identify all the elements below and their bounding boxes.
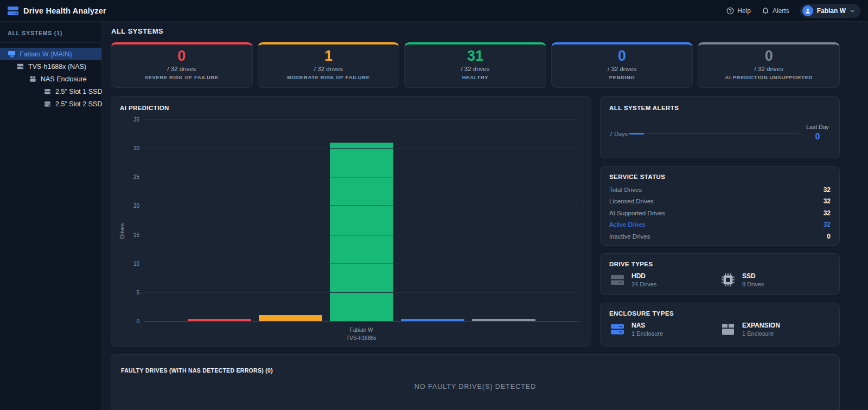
y-tick-label: 15 — [126, 232, 139, 238]
sidebar: ALL SYSTEMS (1) Fabian W (MAIN) TVS-h168… — [0, 22, 102, 410]
type-count: 24 Drives — [631, 281, 656, 287]
service-row-label: Active Drives — [609, 221, 646, 228]
help-icon — [726, 7, 734, 15]
sidebar-item-label: NAS Enclosure — [41, 75, 87, 83]
service-row-value: 0 — [827, 233, 831, 240]
stat-card[interactable]: 31 / 32 drives HEALTHY — [404, 42, 546, 88]
bar-moderate-risk-of-failure[interactable] — [259, 315, 322, 321]
stat-cards-row: 0 / 32 drives SEVERE RISK OF FAILURE 1 /… — [111, 42, 840, 88]
page-title: ALL SYSTEMS — [111, 27, 840, 35]
y-tick-label: 10 — [126, 261, 139, 267]
stat-card[interactable]: 0 / 32 drives AI PREDICTION UNSUPPORTED — [698, 42, 840, 88]
stat-label: AI PREDICTION UNSUPPORTED — [698, 74, 839, 80]
main-content: ALL SYSTEMS 0 / 32 drives SEVERE RISK OF… — [102, 22, 868, 410]
nas-enclosure-icon — [609, 322, 626, 336]
drive-types-panel: DRIVE TYPES HDD 24 Drives SSD 8 Drives — [600, 253, 840, 295]
sidebar-item[interactable]: NAS Enclosure — [0, 73, 101, 85]
gridline: 0 — [144, 321, 579, 322]
sidebar-item-label: 2.5" Slot 1 SSD — [55, 88, 102, 95]
sidebar-item[interactable]: 2.5" Slot 2 SSD — [0, 98, 101, 110]
y-tick-label: 30 — [126, 145, 139, 151]
type-name: HDD — [631, 272, 656, 280]
enclosure-types-title: ENCLOSURE TYPES — [609, 310, 831, 317]
service-row-value: 32 — [824, 186, 831, 194]
drive-icon — [43, 100, 52, 108]
gridline: 25 — [144, 177, 579, 177]
drive-health-analyzer-app: Drive Health Analyzer Help Alerts Fabian… — [0, 0, 868, 410]
service-status-row: Active Drives 32 — [609, 219, 831, 231]
brand: Drive Health Analyzer — [8, 6, 106, 16]
service-row-value: 32 — [824, 197, 831, 205]
topbar: Drive Health Analyzer Help Alerts Fabian… — [0, 0, 868, 22]
type-name: EXPANSION — [742, 322, 780, 329]
y-tick-label: 35 — [126, 117, 139, 123]
hdd-icon — [609, 273, 626, 287]
enclosure-types-panel: ENCLOSURE TYPES NAS 1 Enclosure EXPANSIO… — [600, 303, 840, 347]
type-item: NAS 1 Enclosure — [609, 322, 720, 337]
ai-prediction-panel: AI PREDICTION Drives 0 5 10 15 20 25 30 — [111, 96, 591, 347]
sidebar-item[interactable]: 2.5" Slot 1 SSD — [0, 85, 101, 98]
stat-sub: / 32 drives — [258, 66, 399, 72]
system-tree: Fabian W (MAIN) TVS-h1688x (NAS) NAS Enc… — [0, 43, 101, 110]
stat-value: 31 — [405, 48, 546, 65]
topbar-right: Help Alerts Fabian W — [726, 4, 860, 18]
stat-sub: / 32 drives — [552, 66, 693, 72]
service-row-label: Inactive Drives — [609, 233, 650, 240]
type-name: SSD — [742, 272, 764, 280]
last-day-label: Last Day — [805, 124, 831, 130]
app-logo-icon — [8, 6, 18, 16]
stat-sub: / 32 drives — [405, 66, 546, 72]
service-row-label: Licensed Drives — [609, 198, 654, 204]
service-row-value: 32 — [824, 221, 831, 228]
sidebar-item[interactable]: TVS-h1688x (NAS) — [0, 60, 101, 73]
all-system-alerts-panel: ALL SYSTEM ALERTS 7 Days Last Day 0 — [600, 96, 840, 158]
faulty-drives-panel: FAULTY DRIVES (WITH NAS DETECTED ERRORS)… — [111, 354, 840, 410]
service-status-row: Inactive Drives 0 — [609, 230, 831, 242]
sidebar-item[interactable]: Fabian W (MAIN) — [0, 48, 101, 60]
stat-label: PENDING — [552, 74, 693, 80]
type-name: NAS — [631, 322, 663, 329]
type-count: 1 Enclosure — [631, 330, 663, 337]
chart-plot-area: 0 5 10 15 20 25 30 35 — [144, 120, 579, 322]
service-status-row: Licensed Drives 32 — [609, 196, 831, 208]
service-status-row: Total Drives 32 — [609, 184, 831, 196]
type-item: SSD 8 Drives — [720, 272, 831, 287]
sidebar-header: ALL SYSTEMS (1) — [0, 22, 101, 43]
bell-icon — [762, 7, 769, 15]
help-label: Help — [737, 7, 751, 15]
chart-y-axis-label: Drives — [119, 223, 125, 239]
bar-chart: Drives 0 5 10 15 20 25 30 35 — [144, 120, 579, 342]
user-menu[interactable]: Fabian W — [800, 4, 860, 18]
alerts-timeline-slider[interactable] — [629, 133, 799, 134]
help-button[interactable]: Help — [726, 7, 751, 15]
stat-label: SEVERE RISK OF FAILURE — [111, 74, 252, 80]
service-status-row: AI Supported Drives 32 — [609, 207, 831, 219]
avatar — [802, 5, 813, 16]
alerts-timeline-handle[interactable] — [629, 133, 644, 134]
stat-card[interactable]: 0 / 32 drives PENDING — [551, 42, 693, 88]
y-tick-label: 0 — [126, 318, 139, 324]
y-tick-label: 5 — [126, 290, 139, 296]
ssd-chip-icon — [720, 273, 736, 287]
nas-icon — [16, 62, 24, 71]
type-item: EXPANSION 1 Enclosure — [720, 322, 831, 337]
stat-card[interactable]: 1 / 32 drives MODERATE RISK OF FAILURE — [258, 42, 400, 88]
bar-healthy[interactable] — [330, 143, 393, 321]
user-name: Fabian W — [817, 7, 846, 15]
service-status-rows: Total Drives 32 Licensed Drives 32 AI Su… — [609, 184, 831, 242]
drive-icon — [43, 87, 52, 95]
service-row-label: AI Supported Drives — [609, 210, 665, 216]
stat-value: 0 — [698, 48, 839, 65]
alerts-range-label: 7 Days — [609, 131, 628, 137]
chart-x-tick-label: Fabian W TVS-h1688x — [144, 326, 579, 342]
stat-card[interactable]: 0 / 32 drives SEVERE RISK OF FAILURE — [111, 42, 253, 88]
type-count: 8 Drives — [742, 281, 764, 287]
y-tick-label: 20 — [126, 203, 139, 209]
alerts-button[interactable]: Alerts — [762, 7, 789, 15]
right-column: ALL SYSTEM ALERTS 7 Days Last Day 0 — [600, 96, 840, 347]
gridline: 30 — [144, 148, 579, 149]
stat-sub: / 32 drives — [698, 66, 839, 72]
last-day-value: 0 — [805, 132, 831, 142]
service-row-value: 32 — [824, 209, 831, 217]
gridline: 20 — [144, 206, 579, 206]
